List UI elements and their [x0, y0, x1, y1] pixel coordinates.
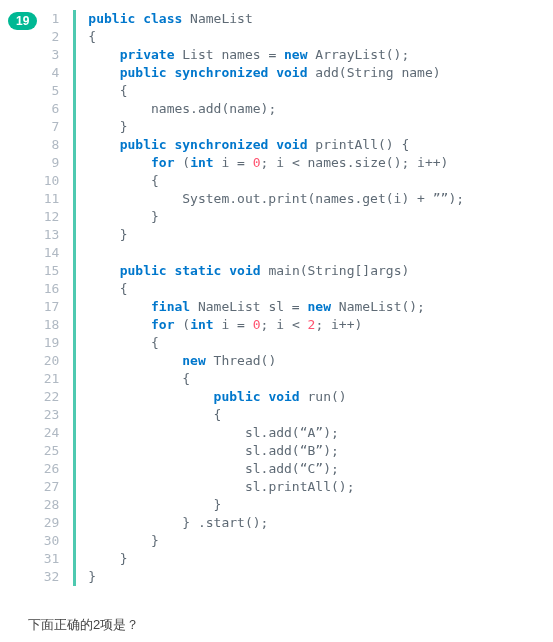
- code-line: public synchronized void add(String name…: [88, 64, 464, 82]
- line-number: 19: [41, 334, 65, 352]
- token-id: {: [120, 83, 128, 98]
- code-line: }: [88, 118, 464, 136]
- token-kw: int: [190, 317, 213, 332]
- code-block: 1234567891011121314151617181920212223242…: [41, 10, 464, 586]
- token-kw: void: [268, 389, 299, 404]
- code-line: {: [88, 82, 464, 100]
- token-id: {: [214, 407, 222, 422]
- token-id: sl.printAll();: [245, 479, 355, 494]
- code-line: }: [88, 532, 464, 550]
- token-id: }: [88, 569, 96, 584]
- code-line: {: [88, 370, 464, 388]
- code-container: 19 1234567891011121314151617181920212223…: [0, 10, 553, 586]
- question-number-badge: 19: [8, 12, 37, 30]
- token-id: sl.add(“A”);: [245, 425, 339, 440]
- token-id: } .start();: [182, 515, 268, 530]
- question-text: 下面正确的2项是？: [0, 616, 553, 634]
- line-number: 32: [41, 568, 65, 586]
- code-line: new Thread(): [88, 352, 464, 370]
- token-id: NameList: [182, 11, 252, 26]
- token-id: run(): [300, 389, 347, 404]
- line-number: 26: [41, 460, 65, 478]
- token-id: }: [214, 497, 222, 512]
- token-id: }: [120, 227, 128, 242]
- token-kw: public: [120, 263, 167, 278]
- token-id: sl.add(“C”);: [245, 461, 339, 476]
- token-num: 0: [253, 155, 261, 170]
- token-id: ArrayList();: [308, 47, 410, 62]
- code-line: }: [88, 208, 464, 226]
- token-kw: int: [190, 155, 213, 170]
- line-number: 2: [41, 28, 65, 46]
- line-number: 23: [41, 406, 65, 424]
- token-kw: public: [88, 11, 135, 26]
- code-line: public static void main(String[]args): [88, 262, 464, 280]
- token-id: printAll() {: [308, 137, 410, 152]
- code-line: for (int i = 0; i < 2; i++): [88, 316, 464, 334]
- code-line: sl.printAll();: [88, 478, 464, 496]
- token-id: NameList();: [331, 299, 425, 314]
- code-line: sl.add(“A”);: [88, 424, 464, 442]
- line-number: 5: [41, 82, 65, 100]
- token-id: i =: [214, 155, 253, 170]
- code-line: final NameList sl = new NameList();: [88, 298, 464, 316]
- code-line: [88, 244, 464, 262]
- line-number-gutter: 1234567891011121314151617181920212223242…: [41, 10, 76, 586]
- code-line: } .start();: [88, 514, 464, 532]
- code-line: {: [88, 280, 464, 298]
- token-id: main(String[]args): [261, 263, 410, 278]
- line-number: 4: [41, 64, 65, 82]
- code-line: System.out.print(names.get(i) + ””);: [88, 190, 464, 208]
- token-kw: public: [120, 65, 167, 80]
- line-number: 25: [41, 442, 65, 460]
- token-kw: for: [151, 155, 174, 170]
- token-id: [135, 11, 143, 26]
- code-line: {: [88, 334, 464, 352]
- code-line: public class NameList: [88, 10, 464, 28]
- line-number: 17: [41, 298, 65, 316]
- code-line: }: [88, 550, 464, 568]
- token-id: {: [151, 335, 159, 350]
- code-line: sl.add(“B”);: [88, 442, 464, 460]
- token-kw: private: [120, 47, 175, 62]
- line-number: 6: [41, 100, 65, 118]
- token-kw: class: [143, 11, 182, 26]
- token-id: ; i <: [261, 317, 308, 332]
- code-content: public class NameList{ private List name…: [76, 10, 464, 586]
- token-kw: public: [214, 389, 261, 404]
- token-id: i =: [214, 317, 253, 332]
- line-number: 7: [41, 118, 65, 136]
- token-id: NameList sl =: [190, 299, 307, 314]
- code-line: for (int i = 0; i < names.size(); i++): [88, 154, 464, 172]
- line-number: 8: [41, 136, 65, 154]
- line-number: 20: [41, 352, 65, 370]
- line-number: 21: [41, 370, 65, 388]
- line-number: 22: [41, 388, 65, 406]
- token-id: }: [120, 551, 128, 566]
- token-num: 0: [253, 317, 261, 332]
- token-kw: new: [284, 47, 307, 62]
- code-line: }: [88, 226, 464, 244]
- line-number: 29: [41, 514, 65, 532]
- line-number: 10: [41, 172, 65, 190]
- line-number: 27: [41, 478, 65, 496]
- token-kw: void: [229, 263, 260, 278]
- token-id: {: [151, 173, 159, 188]
- token-kw: void: [276, 137, 307, 152]
- token-kw: final: [151, 299, 190, 314]
- code-line: private List names = new ArrayList();: [88, 46, 464, 64]
- line-number: 13: [41, 226, 65, 244]
- token-id: List names =: [174, 47, 284, 62]
- token-id: System.out.print(names.get(i) + ””);: [182, 191, 464, 206]
- token-kw: for: [151, 317, 174, 332]
- line-number: 11: [41, 190, 65, 208]
- token-id: add(String name): [308, 65, 441, 80]
- token-id: }: [120, 119, 128, 134]
- token-id: ; i < names.size(); i++): [261, 155, 449, 170]
- token-kw: static: [174, 263, 221, 278]
- line-number: 31: [41, 550, 65, 568]
- code-line: public synchronized void printAll() {: [88, 136, 464, 154]
- token-id: Thread(): [206, 353, 276, 368]
- token-kw: synchronized: [174, 137, 268, 152]
- line-number: 14: [41, 244, 65, 262]
